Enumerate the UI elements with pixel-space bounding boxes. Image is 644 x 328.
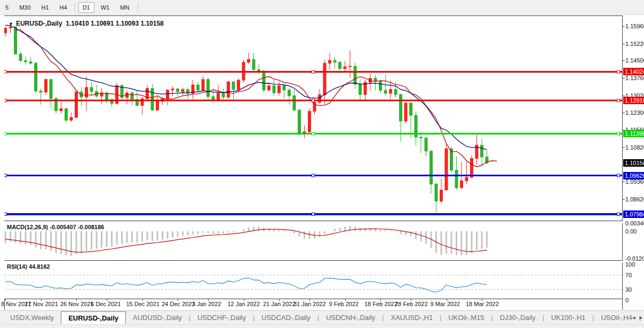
candle-body [445,149,448,190]
tab-usdcad-daily[interactable]: USDCAD-,Daily [255,311,317,324]
price-tick-label: 1.15220 [625,41,644,47]
timeframe-button-w1[interactable]: W1 [97,3,114,12]
timeframe-button-d1[interactable]: D1 [78,2,94,13]
timeframe-button-m30[interactable]: M30 [15,3,35,12]
price-tick-label: 1.08620 [625,196,644,202]
date-label: 24 Dec 2021 [162,301,195,307]
hline-handle[interactable] [312,213,315,215]
rsi-panel-canvas[interactable] [4,262,622,299]
candle-body [237,80,240,89]
tabs-scroll-right-icon[interactable]: ▸ [639,314,642,321]
candle-body [166,90,169,99]
candle-body [333,60,336,63]
date-axis-line [4,299,623,299]
candle-body [171,89,174,90]
tab-usdcnh-daily[interactable]: USDCNH-,Daily [319,311,382,324]
price-tick-mark [623,199,625,200]
timeframe-button-mn[interactable]: MN [116,3,133,12]
price-axis-line [622,15,623,310]
tab-usdchf-daily[interactable]: USDCHF-,Daily [190,311,253,324]
price-tick-label: 1.12300 [625,110,644,116]
tab-ukoil-m15[interactable]: UKOil-,M15 [441,311,491,324]
price-tick-mark [623,44,625,44]
candle-body [344,67,346,69]
candle-body [303,132,306,133]
date-label: 9 Mar 2022 [431,301,460,307]
tabs-scroll-left-icon[interactable]: ◂ [632,314,635,321]
candle-body [222,93,225,97]
hline-handle[interactable] [617,71,620,73]
candle-body [75,92,78,118]
price-label-1.11398: 1.11398 [623,130,644,137]
price-tick-label: 1.13760 [625,75,644,81]
hline-handle[interactable] [4,213,7,215]
candle-body [35,63,37,91]
date-label: 31 Jan 2022 [293,301,326,307]
hline-handle[interactable] [312,71,315,73]
date-label: 18 Mar 2022 [466,301,499,307]
chart-tab-bar: USDX,WeeklyEURUSD-,DailyAUDUSD-,Daily|US… [0,310,644,324]
current-price-label: 1.10158 [623,159,644,167]
symbol-dropdown-icon[interactable]: ▼ [9,21,13,27]
timeframe-button-5[interactable]: 5 [1,3,13,12]
date-label: 3 Jan 2022 [192,301,221,307]
hline-handle[interactable] [312,99,315,102]
main-chart-canvas[interactable] [4,16,622,221]
candle-body [19,54,22,60]
candle-body [45,80,47,92]
candle-body [232,82,235,89]
candle-body [181,90,184,92]
macd-axis-label: 0.00 [625,228,637,235]
timeframe-button-h4[interactable]: H4 [55,3,71,12]
chart-symbol-label: EURUSD-,Daily [16,20,62,27]
tab-xauusd-h1[interactable]: XAUUSD-,H1 [384,311,440,324]
macd-label: MACD(12,26,9) -0.005407 -0.008186 [7,224,104,230]
hline-handle[interactable] [312,174,315,177]
price-label-1.07984: 1.07984 [623,210,644,218]
candle-body [283,86,285,90]
tab-uk100-h1[interactable]: UK100-,H1 [544,311,592,324]
candle-body [288,90,291,96]
price-tick-mark [623,78,625,79]
price-tick-label: 1.14500 [625,57,644,64]
chart-title: ▼EURUSD-,Daily 1.10410 1.10691 1.10093 1… [9,20,164,27]
candle-body [440,190,443,201]
candle-body [384,90,387,93]
timeframe-button-h1[interactable]: H1 [37,3,53,12]
price-tick-mark [623,147,625,148]
candle-body [293,96,296,110]
candle-body [227,82,230,97]
hline-handle[interactable] [312,132,315,135]
price-tick-label: 1.09360 [625,178,644,185]
hline-handle[interactable] [617,213,620,215]
candle-body [435,184,438,201]
hline-handle[interactable] [4,132,7,135]
tab-usdx-weekly[interactable]: USDX,Weekly [3,311,61,324]
candle-body [248,59,250,62]
hline-handle[interactable] [617,99,620,102]
tab-dj30-daily[interactable]: DJ30-,Daily [493,311,543,324]
tab-audusd-daily[interactable]: AUDUSD-,Daily [126,311,189,324]
price-tick-label: 1.10820 [625,144,644,151]
tab-eurusd-daily[interactable]: EURUSD-,Daily [61,311,126,324]
mt4-window: 5M30H1H4D1W1MN ▼EURUSD-,Daily 1.10410 1.… [0,0,644,328]
hline-handle[interactable] [617,132,620,135]
price-label-1.09626: 1.09626 [623,172,644,179]
price-tick-mark [623,26,625,27]
candle-body [14,27,17,54]
candle-body [258,69,260,71]
candle-body [430,151,433,184]
date-label: 9 Feb 2022 [329,301,359,307]
candle-body [481,145,483,157]
candle-body [252,59,255,69]
candle-body [207,80,210,97]
candle-body [70,118,73,120]
hline-handle[interactable] [4,71,7,73]
hline-handle[interactable] [617,174,620,177]
candle-body [298,110,301,132]
hline-handle[interactable] [4,174,7,177]
candles [4,23,488,212]
candle-body [329,60,331,63]
hline-handle[interactable] [4,99,7,102]
candle-body [460,181,463,188]
